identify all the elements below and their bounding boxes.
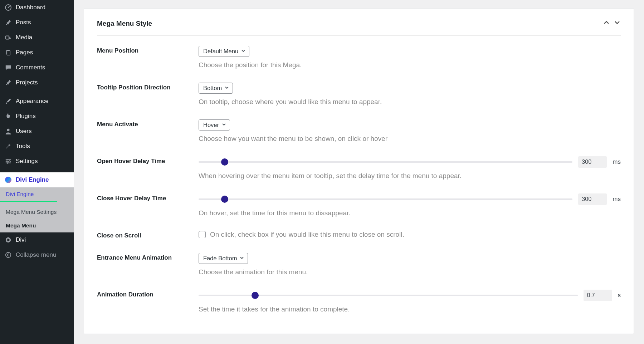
field-label: Animation Duration xyxy=(97,290,197,313)
sidebar-item-appearance[interactable]: Appearance xyxy=(0,94,74,109)
slider-thumb[interactable] xyxy=(221,196,228,203)
menu-position-select[interactable]: Default Menu xyxy=(199,46,249,57)
sidebar-item-comments[interactable]: Comments xyxy=(0,60,74,75)
close-delay-input[interactable] xyxy=(578,193,607,205)
sidebar-item-divi[interactable]: Divi xyxy=(0,232,74,247)
field-help: Choose how you want the menu to be shown… xyxy=(199,135,621,143)
field-help: On tooltip, choose where you would like … xyxy=(199,98,621,106)
field-help: On hover, set the time for this menu to … xyxy=(199,209,621,217)
sidebar-item-divi-engine[interactable]: Divi Engine xyxy=(0,172,74,187)
entrance-animation-select[interactable]: Fade Bottom xyxy=(199,253,248,264)
plug-icon xyxy=(4,112,12,120)
field-label: Menu Position xyxy=(97,46,197,69)
sidebar-item-label: Collapse menu xyxy=(16,251,56,259)
field-label: Open Hover Delay Time xyxy=(97,156,197,180)
media-icon xyxy=(4,34,12,41)
chevron-up-icon[interactable] xyxy=(603,19,610,28)
close-on-scroll-checkbox[interactable] xyxy=(199,231,206,238)
select-value: Fade Bottom xyxy=(203,255,237,262)
svg-point-6 xyxy=(6,103,7,104)
menu-activate-select[interactable]: Hover xyxy=(199,119,230,131)
sidebar-item-label: Projects xyxy=(16,79,38,86)
tooltip-position-select[interactable]: Bottom xyxy=(199,83,233,94)
settings-panel: Mega Menu Style Menu Position Default Me… xyxy=(84,9,634,334)
field-animation-duration: Animation Duration s Set the time it tak… xyxy=(97,290,621,313)
field-help: Set the time it takes for the animation … xyxy=(199,305,621,313)
sidebar-item-label: Users xyxy=(16,128,31,135)
chevron-down-icon[interactable] xyxy=(614,19,621,28)
animation-duration-input[interactable] xyxy=(584,290,612,301)
field-help: When hovering over the menu item or tool… xyxy=(199,172,621,180)
sidebar-item-label: Divi xyxy=(16,236,26,244)
admin-sidebar: Dashboard Posts Media Pages Comments Pro… xyxy=(0,0,74,344)
sidebar-item-collapse[interactable]: Collapse menu xyxy=(0,247,74,262)
open-delay-input[interactable] xyxy=(578,156,607,168)
field-close-on-scroll: Close on Scroll On click, check box if y… xyxy=(97,231,621,239)
submenu-item-mega-menu[interactable]: Mega Menu xyxy=(0,219,74,232)
sidebar-item-label: Plugins xyxy=(16,113,36,120)
sidebar-item-label: Media xyxy=(16,34,32,41)
unit-label: s xyxy=(618,292,621,299)
sidebar-item-label: Posts xyxy=(16,19,31,26)
sidebar-item-dashboard[interactable]: Dashboard xyxy=(0,0,74,15)
svg-rect-5 xyxy=(7,51,10,55)
field-help: Choose the position for this Mega. xyxy=(199,61,621,69)
field-menu-activate: Menu Activate Hover Choose how you want … xyxy=(97,119,621,143)
collapse-icon xyxy=(4,251,12,259)
sidebar-item-label: Settings xyxy=(16,158,38,165)
sidebar-item-settings[interactable]: Settings xyxy=(0,154,74,169)
field-label: Close on Scroll xyxy=(97,231,197,239)
svg-point-1 xyxy=(8,7,9,8)
wrench-icon xyxy=(4,142,12,150)
field-menu-position: Menu Position Default Menu Choose the po… xyxy=(97,46,621,69)
main-content: Mega Menu Style Menu Position Default Me… xyxy=(74,0,644,344)
select-value: Bottom xyxy=(203,85,222,92)
chevron-down-icon xyxy=(241,49,245,54)
unit-label: ms xyxy=(613,158,621,166)
brush-icon xyxy=(4,97,12,105)
submenu-item-mega-menu-settings[interactable]: Mega Menu Settings xyxy=(0,205,74,219)
svg-point-11 xyxy=(6,159,8,161)
user-icon xyxy=(4,127,12,135)
svg-point-12 xyxy=(9,161,10,162)
sidebar-item-users[interactable]: Users xyxy=(0,124,74,139)
sidebar-item-label: Pages xyxy=(16,49,33,56)
select-value: Hover xyxy=(203,122,219,128)
chevron-down-icon xyxy=(240,256,244,261)
field-entrance-animation: Entrance Menu Animation Fade Bottom Choo… xyxy=(97,253,621,276)
sidebar-item-pages[interactable]: Pages xyxy=(0,45,74,60)
dashboard-icon xyxy=(4,4,12,11)
slider-thumb[interactable] xyxy=(221,158,228,166)
field-open-delay: Open Hover Delay Time ms When hovering o… xyxy=(97,156,621,180)
sliders-icon xyxy=(4,157,12,165)
field-close-delay: Close Hover Delay Time ms On hover, set … xyxy=(97,193,621,217)
field-label: Close Hover Delay Time xyxy=(97,193,197,217)
field-label: Menu Activate xyxy=(97,119,197,143)
sidebar-item-plugins[interactable]: Plugins xyxy=(0,109,74,124)
sidebar-item-label: Comments xyxy=(16,64,45,71)
sidebar-item-projects[interactable]: Projects xyxy=(0,75,74,90)
sidebar-item-media[interactable]: Media xyxy=(0,30,74,45)
sidebar-item-label: Divi Engine xyxy=(16,176,49,183)
svg-point-15 xyxy=(6,252,11,257)
open-delay-slider[interactable] xyxy=(199,161,572,163)
panel-title: Mega Menu Style xyxy=(97,20,152,28)
chevron-down-icon xyxy=(222,122,226,128)
panel-header: Mega Menu Style xyxy=(97,19,621,36)
sidebar-item-posts[interactable]: Posts xyxy=(0,15,74,30)
animation-duration-slider[interactable] xyxy=(199,295,578,296)
sidebar-submenu: Divi Engine Mega Menu Settings Mega Menu xyxy=(0,187,74,232)
field-label: Entrance Menu Animation xyxy=(97,253,197,276)
comments-icon xyxy=(4,64,12,72)
field-tooltip-position: Tooltip Position Direction Bottom On too… xyxy=(97,83,621,106)
pin-icon xyxy=(4,79,12,87)
sidebar-item-label: Appearance xyxy=(16,98,49,105)
field-label: Tooltip Position Direction xyxy=(97,83,197,106)
submenu-item-divi-engine[interactable]: Divi Engine xyxy=(0,187,57,202)
panel-nav-actions xyxy=(603,19,621,28)
slider-thumb[interactable] xyxy=(252,292,259,299)
close-delay-slider[interactable] xyxy=(199,198,572,200)
sidebar-item-label: Dashboard xyxy=(16,4,45,11)
pin-icon xyxy=(4,19,12,26)
sidebar-item-tools[interactable]: Tools xyxy=(0,139,74,154)
